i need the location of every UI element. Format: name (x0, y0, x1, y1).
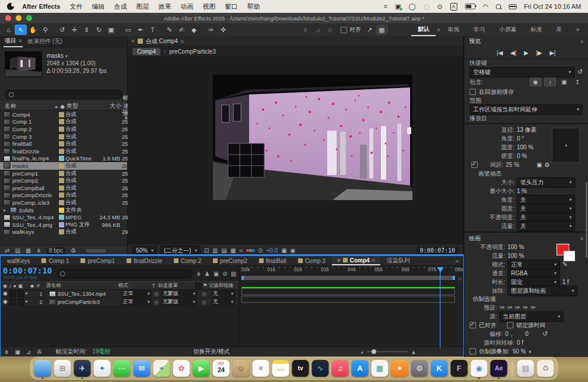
cache-before-playback-checkbox[interactable] (470, 89, 476, 95)
source-time-value[interactable]: 0 f (517, 339, 523, 346)
table-row[interactable]: SSU_Tex..4.png PNG 文件996 KB (0, 221, 127, 229)
flag-icon[interactable]: ⚑ (203, 282, 208, 289)
label-color-chip[interactable] (59, 185, 64, 191)
diameter-value[interactable]: 13 像素 (517, 126, 537, 134)
solo-column-icon[interactable]: ● (13, 283, 16, 289)
table-row[interactable]: wallKeys 合成 29.97 (0, 229, 127, 236)
table-row[interactable]: preComp2 合成 25 (0, 177, 127, 184)
viewer-canvas-area[interactable] (128, 57, 463, 244)
last-frame-button[interactable]: ▶| (550, 50, 555, 56)
workspace-small-screen[interactable]: 小屏幕 (492, 24, 523, 36)
parent-dropdown[interactable]: 无▾ (211, 298, 235, 306)
interpret-footage-icon[interactable]: ⇄ (5, 247, 9, 254)
label-color-chip[interactable] (59, 192, 64, 198)
paint-mode-dropdown[interactable]: 正常▾ (508, 260, 560, 270)
menu-bar-clock[interactable]: Fri Oct 24 10:16 AM (524, 3, 581, 10)
battery-icon[interactable] (465, 3, 475, 9)
timeline-tab-comp1[interactable]: Comp 1 (36, 257, 74, 265)
layer-row-2[interactable]: ◉ ▸ 2 preCompParticle3 正常▾ ◎ 无蒙版▾ ◎ 无▾ (1, 298, 239, 306)
viewer-tab-label[interactable]: 合成 Comp4 (146, 37, 178, 45)
clone-preset-1-icon[interactable]: ✑ (499, 304, 505, 311)
dock-keynote-icon[interactable]: K (431, 360, 448, 377)
playhead-grabber[interactable] (437, 267, 444, 272)
switch-box-icon[interactable] (195, 282, 202, 289)
screen-record-icon[interactable]: ⊙ (437, 3, 442, 10)
spacing-value[interactable]: 25 % (506, 162, 519, 168)
table-row[interactable]: finalPa..le.mp4 QuickTime1.9 MB 25 (0, 155, 127, 163)
menu-window[interactable]: 窗口 (225, 2, 237, 11)
table-row[interactable]: Comp4 合成 25 ⋔ (0, 111, 127, 118)
reset-icon[interactable]: ↺ (578, 68, 583, 76)
wifi-icon[interactable]: ◠ (483, 3, 489, 10)
column-label-icon[interactable]: ◆ (58, 103, 66, 110)
graph-editor-icon[interactable]: ▧ (231, 271, 236, 277)
preview-panel-menu-icon[interactable]: ≡ (580, 38, 583, 44)
workspace-libraries[interactable]: 库 (550, 24, 568, 36)
track-matte-column[interactable]: 轨道遮罩 (158, 282, 194, 289)
dock-calendar-icon[interactable]: OCT24 (213, 360, 230, 377)
table-row[interactable]: Comp 1 合成 25 (0, 118, 127, 126)
transparency-grid-icon[interactable]: ▦ (230, 247, 236, 254)
include-audio-icon[interactable]: ♪ (544, 78, 556, 86)
background-color-swatch[interactable] (564, 251, 575, 261)
paint-channel-dropdown[interactable]: RGBA▾ (508, 269, 560, 278)
label-color-chip[interactable] (59, 134, 64, 139)
timeline-zoom-slider[interactable] (367, 351, 408, 352)
orbit-camera-tool-icon[interactable]: ↺ (56, 24, 68, 35)
menu-file[interactable]: 文件 (69, 2, 82, 11)
timeline-track-area[interactable]: :00s 01s 02s 03s 04s 05s 06s 07s 08s ⚐ (239, 266, 463, 348)
item-name[interactable]: masks ▾ (47, 52, 107, 59)
next-frame-button[interactable]: |▶ (536, 50, 542, 56)
project-flowchart-icon[interactable]: ⋔ (36, 247, 41, 254)
label-color-chip[interactable] (59, 112, 64, 117)
label-color-chip[interactable] (59, 171, 64, 176)
pixel-aspect-icon[interactable]: ▥ (212, 247, 218, 254)
layer-source-name[interactable]: preCompParticle3 (58, 299, 100, 305)
shortcut-dropdown[interactable]: 空格键▾ (470, 67, 575, 78)
eraser-tool-icon[interactable]: ◆ (188, 24, 200, 35)
table-row[interactable]: preCompDrizzle 合成 25 (0, 192, 127, 199)
dock-messages-icon[interactable]: ⋯ (114, 360, 131, 377)
mode-column[interactable]: 模式 (118, 282, 149, 289)
label-color-chip[interactable] (59, 200, 64, 205)
clone-preset-2-icon[interactable]: ✑ (507, 304, 512, 311)
solo-switch[interactable] (18, 290, 24, 297)
dock-trash-icon[interactable]: ♻ (537, 360, 554, 377)
menu-composition[interactable]: 合成 (114, 2, 127, 11)
audio-switch[interactable] (9, 290, 16, 297)
clone-overlay-value[interactable]: 50 % (513, 348, 526, 355)
project-search-input[interactable] (5, 90, 123, 99)
table-row[interactable]: ▸Solids 文件夹 (0, 206, 127, 214)
dock-facetime-icon[interactable]: ▶ (193, 360, 210, 377)
mask-convert-icon[interactable]: ⊘ (324, 24, 336, 35)
table-row[interactable]: preComp1 合成 25 (0, 170, 127, 177)
zoom-slider-knob[interactable] (372, 349, 376, 354)
layer-duration-bar-1[interactable] (242, 288, 455, 295)
label-color-chip[interactable] (59, 222, 64, 227)
hand-tool-icon[interactable]: ✋ (27, 24, 39, 35)
breadcrumb-current[interactable]: preCompParticle3 (169, 48, 216, 55)
comp-marker-bin-icon[interactable]: ⚐ (457, 276, 462, 282)
label-color-chip[interactable] (59, 215, 64, 220)
label-color-chip[interactable] (59, 156, 64, 161)
viewer-timecode[interactable]: 0:00:07:10 (416, 247, 459, 254)
close-window-button[interactable] (5, 15, 11, 21)
display-icon[interactable]: ▢ (424, 3, 429, 10)
minimize-window-button[interactable] (16, 15, 22, 21)
label-color-chip[interactable] (59, 163, 64, 169)
export-icon[interactable]: ↥ (572, 78, 583, 86)
dock-downloads-icon[interactable]: ▤ (517, 360, 534, 377)
comp-mini-flowchart-icon[interactable]: ⋔ (4, 349, 9, 355)
play-button[interactable]: ▶ (524, 50, 528, 56)
layer-visibility-icon[interactable]: ◉ (3, 290, 8, 297)
viewer-panel-menu-icon[interactable]: ≡ (181, 38, 184, 44)
dock-mail-icon[interactable]: ✉ (134, 360, 150, 377)
difference-mode-icon[interactable]: ◐ (529, 348, 533, 355)
brush-trash-icon[interactable]: ♻ (544, 162, 550, 168)
timeline-tab-precomp2[interactable]: preComp2 (208, 257, 253, 265)
matte-pickwhip-icon[interactable]: ◎ (154, 299, 159, 305)
spacing-checkbox[interactable] (471, 162, 478, 168)
workspace-review[interactable]: 审阅 (441, 24, 466, 36)
column-name[interactable]: 名称 ▲ (1, 102, 58, 110)
expand-chevron-icon[interactable]: ▸ (26, 299, 30, 305)
